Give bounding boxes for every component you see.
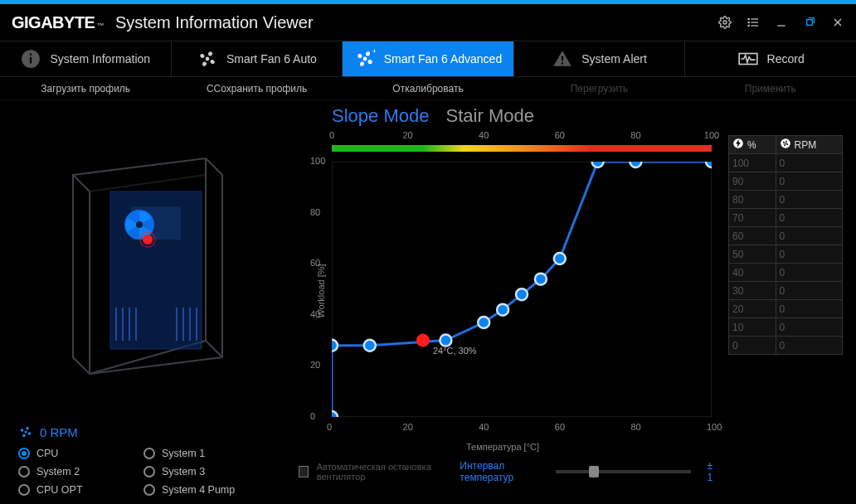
y-tick: 0 [310, 411, 315, 421]
y-tick: 100 [310, 156, 325, 166]
calibrate-button[interactable]: Откалибровать [343, 83, 513, 94]
cell-rpm[interactable]: 0 [776, 282, 843, 300]
cell-rpm[interactable]: 0 [776, 227, 843, 245]
cell-rpm[interactable]: 0 [776, 264, 843, 282]
svg-rect-8 [807, 20, 813, 26]
app-title: System Information Viewer [115, 13, 314, 32]
x-tick: 0 [327, 422, 332, 432]
cell-rpm[interactable]: 0 [776, 191, 843, 209]
table-row[interactable]: 400 [729, 264, 843, 282]
curve-point[interactable] [706, 162, 712, 167]
mode-stair[interactable]: Stair Mode [446, 105, 534, 126]
cell-percent[interactable]: 50 [729, 245, 776, 264]
sensor-system1[interactable]: System 1 [143, 448, 269, 459]
cell-rpm[interactable]: 0 [776, 172, 843, 191]
cell-percent[interactable]: 90 [729, 172, 776, 191]
cell-rpm[interactable]: 0 [776, 318, 843, 337]
fan-rpm-display: 0 RPM [18, 424, 269, 439]
top-tick: 0 [329, 130, 334, 140]
sensor-cpu[interactable]: CPU [18, 448, 143, 459]
load-profile-button[interactable]: Загрузить профиль [0, 83, 171, 94]
sensor-selector: CPU System 1 System 2 System 3 CPU OPT S… [18, 448, 269, 496]
curve-point[interactable] [630, 162, 641, 167]
cell-percent[interactable]: 10 [729, 318, 776, 337]
curve-point[interactable] [554, 253, 566, 264]
curve-point[interactable] [332, 340, 338, 351]
tab-smart-fan-advanced[interactable]: + Smart Fan 6 Advanced [343, 41, 514, 76]
interval-label: Интервал температур [460, 460, 542, 483]
minimize-icon[interactable] [775, 16, 788, 29]
fan-curve-chart[interactable]: Workload [%] Температура [°C] 24°C, 30% … [287, 128, 718, 453]
cell-percent[interactable]: 100 [729, 154, 776, 172]
curve-point[interactable] [516, 288, 528, 300]
save-profile-button[interactable]: ССохранить профиль [171, 83, 342, 94]
y-tick: 40 [310, 309, 320, 319]
table-row[interactable]: 300 [729, 282, 843, 300]
svg-point-5 [748, 22, 749, 22]
cell-percent[interactable]: 60 [729, 227, 776, 245]
cell-rpm[interactable]: 0 [776, 209, 843, 227]
tab-record[interactable]: Record [685, 41, 856, 76]
cell-percent[interactable]: 0 [729, 337, 776, 355]
tab-system-information[interactable]: System Information [0, 41, 172, 76]
cell-percent[interactable]: 40 [729, 264, 776, 282]
tab-label: Smart Fan 6 Auto [226, 52, 317, 65]
slider-thumb[interactable] [589, 466, 599, 477]
curve-point[interactable] [535, 274, 547, 285]
table-row[interactable]: 00 [729, 337, 843, 355]
table-row[interactable]: 1000 [729, 154, 843, 172]
info-icon [20, 48, 41, 70]
cell-percent[interactable]: 70 [729, 209, 776, 227]
sensor-cpu-opt[interactable]: CPU OPT [18, 484, 143, 496]
temperature-gradient-bar [332, 145, 712, 152]
curve-point[interactable] [478, 317, 489, 328]
x-tick: 60 [555, 422, 565, 432]
cell-rpm[interactable]: 0 [776, 300, 843, 318]
fan-plus-icon: + [354, 48, 376, 70]
bolt-icon [732, 138, 744, 152]
title-bar: GIGABYTE™ System Information Viewer [0, 4, 856, 41]
interval-slider[interactable] [556, 470, 691, 473]
table-row[interactable]: 700 [729, 209, 843, 227]
tab-smart-fan-auto[interactable]: Smart Fan 6 Auto [172, 41, 343, 76]
sensor-system4-pump[interactable]: System 4 Pump [143, 484, 269, 496]
table-row[interactable]: 200 [729, 300, 843, 318]
cell-percent[interactable]: 80 [729, 191, 776, 209]
curve-point[interactable] [332, 411, 338, 417]
svg-point-14 [206, 57, 210, 61]
table-row[interactable]: 900 [729, 172, 843, 191]
cell-rpm[interactable]: 0 [776, 337, 843, 355]
curve-point[interactable] [364, 340, 376, 351]
chart-footer-controls: Автоматическая остановка вентилятор Инте… [287, 460, 718, 483]
curve-point[interactable] [497, 304, 508, 316]
svg-point-31 [136, 221, 143, 228]
autostop-label: Автоматическая остановка вентилятор [317, 462, 452, 482]
tab-label: Smart Fan 6 Advanced [384, 52, 502, 65]
cell-percent[interactable]: 20 [729, 300, 776, 318]
settings-icon[interactable] [718, 16, 732, 29]
svg-point-34 [25, 431, 27, 434]
table-row[interactable]: 600 [729, 227, 843, 245]
mode-slope[interactable]: Slope Mode [332, 105, 429, 126]
tab-system-alert[interactable]: System Alert [514, 41, 686, 76]
plot-area[interactable]: 24°C, 30% [332, 162, 712, 417]
autostop-checkbox[interactable] [299, 466, 309, 477]
table-row[interactable]: 100 [729, 318, 843, 337]
cell-rpm[interactable]: 0 [776, 154, 843, 172]
table-row[interactable]: 800 [729, 191, 843, 209]
sensor-system2[interactable]: System 2 [18, 466, 143, 477]
reset-button: Перегрузить [513, 83, 684, 94]
curve-point[interactable] [440, 335, 451, 346]
close-icon[interactable] [831, 16, 844, 29]
mode-selector: Slope Mode Stair Mode [287, 102, 718, 128]
x-tick: 20 [403, 422, 413, 432]
table-row[interactable]: 500 [729, 245, 843, 264]
list-icon[interactable] [747, 16, 760, 29]
restore-icon[interactable] [803, 16, 816, 29]
cell-percent[interactable]: 30 [729, 282, 776, 300]
curve-point[interactable] [592, 162, 604, 167]
waveform-icon [737, 48, 759, 70]
cell-rpm[interactable]: 0 [776, 245, 843, 264]
sensor-system3[interactable]: System 3 [143, 466, 269, 477]
sensor-label: System 1 [162, 448, 205, 459]
